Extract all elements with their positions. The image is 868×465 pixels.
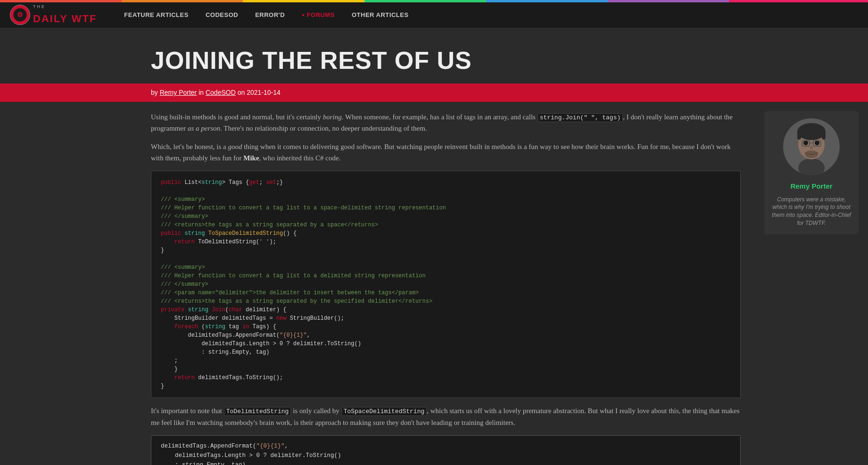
paragraph-1: Using built-in methods is good and norma… [151, 111, 741, 134]
code-block-1: public List<string> Tags {get; set;} ///… [151, 171, 741, 398]
logo-icon: ⚙ [9, 4, 31, 25]
p3-code1: ToDelimitedString [224, 407, 291, 416]
svg-point-14 [810, 146, 813, 149]
byline-in: in [198, 89, 206, 96]
svg-point-15 [805, 150, 818, 158]
paragraph-2: Which, let's be honest, is a good thing … [151, 141, 741, 164]
site-logo[interactable]: ⚙ THE DAILY WTF [9, 3, 97, 27]
svg-text:⚙: ⚙ [17, 11, 23, 18]
sidebar: Remy Porter Computers were a mistake, wh… [764, 102, 859, 465]
svg-point-9 [803, 141, 808, 145]
p2-mike: Mike [243, 154, 259, 162]
author-avatar [783, 118, 840, 175]
nav-feature-articles[interactable]: FEATURE ARTICLES [116, 2, 197, 28]
byline-by: by [151, 89, 158, 96]
author-avatar-image [783, 118, 840, 175]
p3-start: It's important to note that [151, 407, 224, 415]
svg-point-10 [815, 141, 819, 145]
byline-on: on [238, 89, 247, 96]
author-name: Remy Porter [771, 181, 851, 192]
svg-rect-7 [797, 130, 801, 140]
nav-other-articles[interactable]: OTHER ARTICLES [343, 2, 417, 28]
byline-bar: by Remy Porter in CodeSOD on 2021-10-14 [0, 83, 868, 101]
nav-errord[interactable]: ERROR'D [247, 2, 293, 28]
p1-text-before: Using built-in methods is good and norma… [151, 113, 323, 121]
article-title: JOINING THE REST OF US [151, 47, 859, 83]
site-header: ⚙ THE DAILY WTF FEATURE ARTICLES CODESOD… [0, 2, 868, 28]
byline-date: 2021-10-14 [247, 89, 281, 96]
byline-author-link[interactable]: Remy Porter [160, 89, 197, 96]
p1-code: string.Join(" ", tags) [537, 113, 623, 122]
article-body: Using built-in methods is good and norma… [151, 102, 750, 465]
main-nav: FEATURE ARTICLES CODESOD ERROR'D FORUMS … [116, 2, 417, 28]
article-title-area: JOINING THE REST OF US [0, 28, 868, 83]
svg-rect-8 [822, 130, 826, 140]
author-box: Remy Porter Computers were a mistake, wh… [764, 111, 859, 234]
p1-boring: boring [323, 113, 342, 121]
author-bio: Computers were a mistake, which is why I… [771, 196, 851, 227]
p2-start: Which, let's be honest, is a [151, 143, 228, 150]
p3-code2: ToSpaceDelimitedString [341, 407, 427, 416]
svg-point-6 [797, 123, 826, 140]
content-wrapper: Using built-in methods is good and norma… [0, 102, 868, 465]
p3-middle: is only called by [291, 407, 341, 415]
logo-the: THE [33, 3, 97, 10]
p1-end: . There's no relationship or connection,… [220, 125, 427, 132]
byline-section-link[interactable]: CodeSOD [206, 89, 236, 96]
logo-name: DAILY WTF [33, 13, 97, 25]
nav-codesod[interactable]: CODESOD [197, 2, 247, 28]
p1-as-a-person: as a person [188, 125, 220, 132]
p1-text-middle: . When someone, for example, has a list … [342, 113, 537, 121]
p2-end: , who inherited this C# code. [259, 154, 341, 162]
p2-good: good [228, 143, 242, 150]
paragraph-3: It's important to note that ToDelimitedS… [151, 405, 741, 428]
code-block-2: delimitedTags.AppendFormat("{0}{1}", del… [151, 435, 741, 465]
nav-forums[interactable]: FORUMS [293, 2, 343, 28]
